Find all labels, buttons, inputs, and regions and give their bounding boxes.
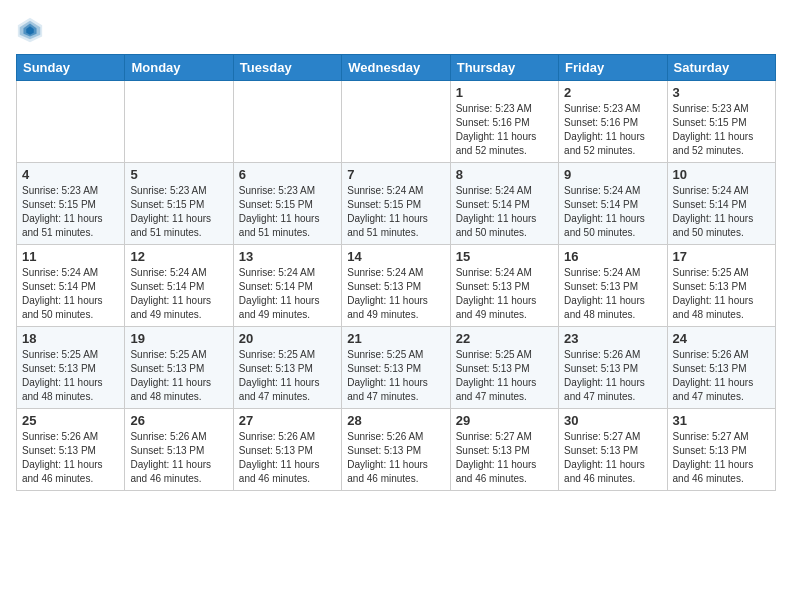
day-number: 10 <box>673 167 770 182</box>
calendar-cell: 7Sunrise: 5:24 AMSunset: 5:15 PMDaylight… <box>342 163 450 245</box>
day-info: Sunrise: 5:23 AMSunset: 5:16 PMDaylight:… <box>564 102 661 158</box>
calendar-cell: 29Sunrise: 5:27 AMSunset: 5:13 PMDayligh… <box>450 409 558 491</box>
calendar: SundayMondayTuesdayWednesdayThursdayFrid… <box>16 54 776 491</box>
day-info: Sunrise: 5:25 AMSunset: 5:13 PMDaylight:… <box>130 348 227 404</box>
day-info: Sunrise: 5:23 AMSunset: 5:16 PMDaylight:… <box>456 102 553 158</box>
week-row-4: 18Sunrise: 5:25 AMSunset: 5:13 PMDayligh… <box>17 327 776 409</box>
day-info: Sunrise: 5:26 AMSunset: 5:13 PMDaylight:… <box>347 430 444 486</box>
day-number: 27 <box>239 413 336 428</box>
day-number: 21 <box>347 331 444 346</box>
day-info: Sunrise: 5:27 AMSunset: 5:13 PMDaylight:… <box>564 430 661 486</box>
day-number: 1 <box>456 85 553 100</box>
calendar-cell: 2Sunrise: 5:23 AMSunset: 5:16 PMDaylight… <box>559 81 667 163</box>
day-number: 17 <box>673 249 770 264</box>
day-info: Sunrise: 5:26 AMSunset: 5:13 PMDaylight:… <box>564 348 661 404</box>
calendar-cell: 10Sunrise: 5:24 AMSunset: 5:14 PMDayligh… <box>667 163 775 245</box>
day-info: Sunrise: 5:26 AMSunset: 5:13 PMDaylight:… <box>22 430 119 486</box>
day-number: 22 <box>456 331 553 346</box>
day-number: 5 <box>130 167 227 182</box>
day-info: Sunrise: 5:24 AMSunset: 5:14 PMDaylight:… <box>22 266 119 322</box>
day-info: Sunrise: 5:24 AMSunset: 5:15 PMDaylight:… <box>347 184 444 240</box>
calendar-cell: 18Sunrise: 5:25 AMSunset: 5:13 PMDayligh… <box>17 327 125 409</box>
calendar-cell: 5Sunrise: 5:23 AMSunset: 5:15 PMDaylight… <box>125 163 233 245</box>
calendar-cell: 3Sunrise: 5:23 AMSunset: 5:15 PMDaylight… <box>667 81 775 163</box>
day-info: Sunrise: 5:23 AMSunset: 5:15 PMDaylight:… <box>673 102 770 158</box>
day-number: 19 <box>130 331 227 346</box>
day-number: 13 <box>239 249 336 264</box>
day-number: 18 <box>22 331 119 346</box>
day-info: Sunrise: 5:24 AMSunset: 5:14 PMDaylight:… <box>130 266 227 322</box>
day-info: Sunrise: 5:24 AMSunset: 5:14 PMDaylight:… <box>673 184 770 240</box>
day-number: 9 <box>564 167 661 182</box>
week-row-3: 11Sunrise: 5:24 AMSunset: 5:14 PMDayligh… <box>17 245 776 327</box>
week-row-2: 4Sunrise: 5:23 AMSunset: 5:15 PMDaylight… <box>17 163 776 245</box>
day-info: Sunrise: 5:24 AMSunset: 5:14 PMDaylight:… <box>239 266 336 322</box>
weekday-header-friday: Friday <box>559 55 667 81</box>
day-number: 20 <box>239 331 336 346</box>
calendar-cell: 15Sunrise: 5:24 AMSunset: 5:13 PMDayligh… <box>450 245 558 327</box>
calendar-cell: 1Sunrise: 5:23 AMSunset: 5:16 PMDaylight… <box>450 81 558 163</box>
calendar-cell: 21Sunrise: 5:25 AMSunset: 5:13 PMDayligh… <box>342 327 450 409</box>
day-number: 6 <box>239 167 336 182</box>
day-info: Sunrise: 5:25 AMSunset: 5:13 PMDaylight:… <box>456 348 553 404</box>
calendar-cell: 19Sunrise: 5:25 AMSunset: 5:13 PMDayligh… <box>125 327 233 409</box>
day-number: 2 <box>564 85 661 100</box>
calendar-cell: 6Sunrise: 5:23 AMSunset: 5:15 PMDaylight… <box>233 163 341 245</box>
day-number: 29 <box>456 413 553 428</box>
day-number: 16 <box>564 249 661 264</box>
calendar-cell: 30Sunrise: 5:27 AMSunset: 5:13 PMDayligh… <box>559 409 667 491</box>
weekday-header-saturday: Saturday <box>667 55 775 81</box>
calendar-cell <box>125 81 233 163</box>
calendar-cell: 24Sunrise: 5:26 AMSunset: 5:13 PMDayligh… <box>667 327 775 409</box>
calendar-cell: 16Sunrise: 5:24 AMSunset: 5:13 PMDayligh… <box>559 245 667 327</box>
calendar-cell: 8Sunrise: 5:24 AMSunset: 5:14 PMDaylight… <box>450 163 558 245</box>
weekday-header-monday: Monday <box>125 55 233 81</box>
day-number: 28 <box>347 413 444 428</box>
calendar-cell: 26Sunrise: 5:26 AMSunset: 5:13 PMDayligh… <box>125 409 233 491</box>
day-number: 24 <box>673 331 770 346</box>
day-number: 8 <box>456 167 553 182</box>
day-info: Sunrise: 5:24 AMSunset: 5:14 PMDaylight:… <box>456 184 553 240</box>
day-info: Sunrise: 5:23 AMSunset: 5:15 PMDaylight:… <box>22 184 119 240</box>
weekday-header-tuesday: Tuesday <box>233 55 341 81</box>
day-info: Sunrise: 5:26 AMSunset: 5:13 PMDaylight:… <box>673 348 770 404</box>
day-number: 26 <box>130 413 227 428</box>
day-info: Sunrise: 5:26 AMSunset: 5:13 PMDaylight:… <box>130 430 227 486</box>
calendar-cell: 9Sunrise: 5:24 AMSunset: 5:14 PMDaylight… <box>559 163 667 245</box>
day-info: Sunrise: 5:27 AMSunset: 5:13 PMDaylight:… <box>456 430 553 486</box>
day-number: 14 <box>347 249 444 264</box>
day-number: 31 <box>673 413 770 428</box>
calendar-cell: 12Sunrise: 5:24 AMSunset: 5:14 PMDayligh… <box>125 245 233 327</box>
calendar-cell: 17Sunrise: 5:25 AMSunset: 5:13 PMDayligh… <box>667 245 775 327</box>
calendar-cell: 28Sunrise: 5:26 AMSunset: 5:13 PMDayligh… <box>342 409 450 491</box>
weekday-header-thursday: Thursday <box>450 55 558 81</box>
calendar-cell: 22Sunrise: 5:25 AMSunset: 5:13 PMDayligh… <box>450 327 558 409</box>
day-info: Sunrise: 5:24 AMSunset: 5:14 PMDaylight:… <box>564 184 661 240</box>
day-info: Sunrise: 5:24 AMSunset: 5:13 PMDaylight:… <box>456 266 553 322</box>
weekday-header-sunday: Sunday <box>17 55 125 81</box>
day-info: Sunrise: 5:23 AMSunset: 5:15 PMDaylight:… <box>239 184 336 240</box>
calendar-cell: 25Sunrise: 5:26 AMSunset: 5:13 PMDayligh… <box>17 409 125 491</box>
calendar-cell <box>17 81 125 163</box>
calendar-cell: 20Sunrise: 5:25 AMSunset: 5:13 PMDayligh… <box>233 327 341 409</box>
calendar-cell: 27Sunrise: 5:26 AMSunset: 5:13 PMDayligh… <box>233 409 341 491</box>
day-number: 25 <box>22 413 119 428</box>
day-number: 30 <box>564 413 661 428</box>
day-number: 15 <box>456 249 553 264</box>
logo-icon <box>16 16 44 44</box>
calendar-cell: 14Sunrise: 5:24 AMSunset: 5:13 PMDayligh… <box>342 245 450 327</box>
day-number: 11 <box>22 249 119 264</box>
day-info: Sunrise: 5:25 AMSunset: 5:13 PMDaylight:… <box>347 348 444 404</box>
calendar-cell: 13Sunrise: 5:24 AMSunset: 5:14 PMDayligh… <box>233 245 341 327</box>
day-info: Sunrise: 5:24 AMSunset: 5:13 PMDaylight:… <box>347 266 444 322</box>
day-number: 23 <box>564 331 661 346</box>
day-number: 3 <box>673 85 770 100</box>
weekday-header-wednesday: Wednesday <box>342 55 450 81</box>
day-number: 4 <box>22 167 119 182</box>
weekday-header-row: SundayMondayTuesdayWednesdayThursdayFrid… <box>17 55 776 81</box>
page-header <box>16 16 776 44</box>
day-number: 12 <box>130 249 227 264</box>
week-row-1: 1Sunrise: 5:23 AMSunset: 5:16 PMDaylight… <box>17 81 776 163</box>
calendar-cell: 31Sunrise: 5:27 AMSunset: 5:13 PMDayligh… <box>667 409 775 491</box>
logo <box>16 16 48 44</box>
